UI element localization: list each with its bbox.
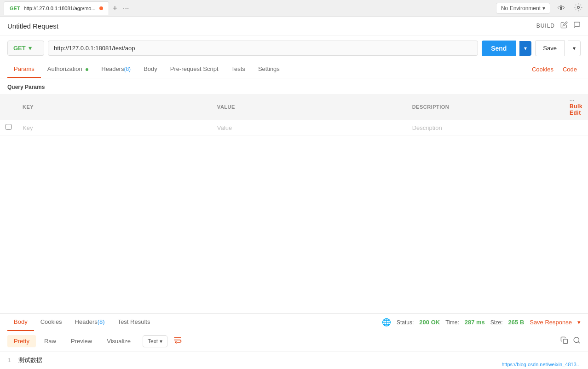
response-header-right: 🌐 Status: 200 OK Time: 287 ms Size: 265 … <box>382 318 581 327</box>
col-checkbox <box>0 94 17 120</box>
time-value: 287 ms <box>465 319 485 326</box>
col-key-header: KEY <box>17 94 212 120</box>
tab-params[interactable]: Params <box>7 61 41 78</box>
authorization-dot <box>86 68 88 71</box>
description-cell[interactable]: Description <box>407 120 564 135</box>
method-label: GET <box>13 45 26 52</box>
text-type-chevron-icon: ▾ <box>160 338 162 345</box>
more-tabs-button[interactable]: ··· <box>121 4 131 12</box>
format-tab-pretty[interactable]: Pretty <box>7 335 36 347</box>
request-header: Untitled Request BUILD <box>0 17 588 35</box>
response-content: 1测试数据 <box>0 351 588 369</box>
save-response-button[interactable]: Save Response <box>530 319 572 326</box>
method-chevron-icon: ▾ <box>29 45 32 52</box>
request-title: Untitled Request <box>7 22 531 30</box>
response-tab-cookies[interactable]: Cookies <box>34 314 69 331</box>
save-button[interactable]: Save <box>535 40 565 56</box>
format-tab-raw[interactable]: Raw <box>38 335 63 347</box>
send-dropdown-button[interactable]: ▾ <box>519 41 531 56</box>
build-button[interactable]: BUILD <box>536 23 555 29</box>
row-checkbox-cell <box>0 120 17 135</box>
tab-pre-request-script[interactable]: Pre-request Script <box>164 61 225 78</box>
actions-cell <box>564 120 588 135</box>
response-tab-body[interactable]: Body <box>7 314 34 331</box>
environment-selector[interactable]: No Environment ▾ <box>496 3 550 14</box>
tab-url: http://127.0.0.1:18081/agp/mo... <box>24 6 96 11</box>
svg-rect-3 <box>563 339 567 343</box>
time-label: Time: <box>445 319 459 326</box>
tab-bar-right: No Environment ▾ 👁 <box>496 1 584 15</box>
format-tab-visualize[interactable]: Visualize <box>100 335 137 347</box>
url-input[interactable] <box>48 41 478 56</box>
method-selector[interactable]: GET ▾ <box>7 41 44 56</box>
wrap-lines-button[interactable] <box>173 335 182 347</box>
search-icon[interactable] <box>573 336 581 346</box>
params-table: KEY VALUE DESCRIPTION ··· Bulk Edit Key … <box>0 94 588 135</box>
save-dropdown-button[interactable]: ▾ <box>568 41 581 56</box>
response-body-toolbar: Pretty Raw Preview Visualize Text ▾ <box>0 331 588 351</box>
svg-line-5 <box>578 342 580 343</box>
col-value-header: VALUE <box>212 94 407 120</box>
response-icons <box>560 336 581 346</box>
response-tab-headers[interactable]: Headers(8) <box>69 314 111 331</box>
text-type-label: Text <box>148 338 158 345</box>
table-row: Key Value Description <box>0 120 588 135</box>
tab-unsaved-dot <box>99 6 103 10</box>
tab-authorization[interactable]: Authorization <box>41 61 95 78</box>
copy-icon[interactable] <box>560 336 568 346</box>
nav-tabs-right: Cookies Code <box>528 61 581 77</box>
line-content: 测试数据 <box>18 357 42 364</box>
settings-icon[interactable] <box>572 1 584 15</box>
tab-method: GET <box>10 6 20 11</box>
tab-settings[interactable]: Settings <box>252 61 286 78</box>
svg-point-4 <box>574 337 579 342</box>
key-cell[interactable]: Key <box>17 120 212 135</box>
text-type-selector[interactable]: Text ▾ <box>143 335 167 347</box>
tab-body[interactable]: Body <box>137 61 164 78</box>
edit-icon[interactable] <box>560 21 568 30</box>
eye-icon[interactable]: 👁 <box>556 2 567 14</box>
response-tab-test-results[interactable]: Test Results <box>111 314 157 331</box>
bulk-edit-link[interactable]: Bulk Edit <box>570 103 582 116</box>
svg-point-0 <box>577 6 580 8</box>
globe-icon: 🌐 <box>382 318 391 327</box>
save-response-chevron-icon[interactable]: ▾ <box>577 319 581 326</box>
three-dots-icon[interactable]: ··· <box>570 98 575 103</box>
col-actions-header: ··· Bulk Edit <box>564 94 588 120</box>
tab-bar: GET http://127.0.0.1:18081/agp/mo... + ·… <box>0 0 588 17</box>
tab-headers[interactable]: Headers(8) <box>95 61 137 78</box>
send-button[interactable]: Send <box>482 41 516 56</box>
environment-label: No Environment <box>501 5 541 12</box>
browser-tab[interactable]: GET http://127.0.0.1:18081/agp/mo... <box>4 1 109 15</box>
col-description-header: DESCRIPTION <box>407 94 564 120</box>
code-link[interactable]: Code <box>559 61 581 77</box>
cookies-link[interactable]: Cookies <box>528 61 557 77</box>
line-number: 1 <box>7 357 11 364</box>
status-value: 200 OK <box>419 319 440 326</box>
tab-tests[interactable]: Tests <box>225 61 252 78</box>
response-header: Body Cookies Headers(8) Test Results 🌐 S… <box>0 314 588 331</box>
comment-icon[interactable] <box>573 21 581 30</box>
status-label: Status: <box>397 319 414 326</box>
new-tab-button[interactable]: + <box>109 4 121 12</box>
value-cell[interactable]: Value <box>212 120 407 135</box>
format-tab-preview[interactable]: Preview <box>64 335 98 347</box>
size-label: Size: <box>490 319 503 326</box>
footer-link[interactable]: https://blog.csdn.net/weixin_4813... <box>502 362 581 367</box>
row-checkbox[interactable] <box>6 124 12 130</box>
query-params-title: Query Params <box>0 78 588 94</box>
url-bar: GET ▾ Send ▾ Save ▾ <box>0 35 588 61</box>
size-value: 265 B <box>508 319 525 326</box>
response-section: Body Cookies Headers(8) Test Results 🌐 S… <box>0 313 588 369</box>
nav-tabs: Params Authorization Headers(8) Body Pre… <box>0 61 588 78</box>
chevron-down-icon: ▾ <box>542 5 545 12</box>
